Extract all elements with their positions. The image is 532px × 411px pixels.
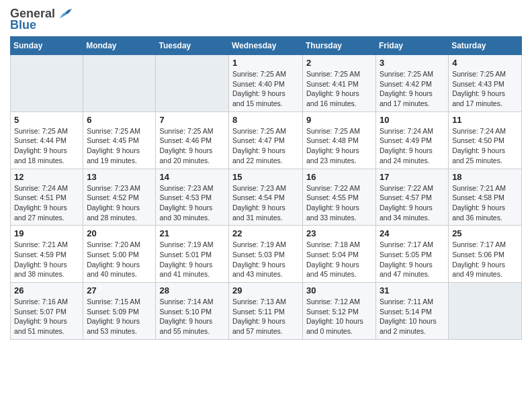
weekday-header-saturday: Saturday [449, 37, 522, 55]
calendar-cell: 30Sunrise: 7:12 AM Sunset: 5:12 PM Dayli… [303, 283, 376, 340]
calendar-cell: 1Sunrise: 7:25 AM Sunset: 4:40 PM Daylig… [229, 55, 303, 112]
calendar-cell: 7Sunrise: 7:25 AM Sunset: 4:46 PM Daylig… [156, 111, 229, 169]
day-info: Sunrise: 7:23 AM Sunset: 4:54 PM Dayligh… [232, 183, 299, 223]
day-number: 29 [232, 285, 299, 295]
calendar-cell [156, 55, 229, 112]
day-info: Sunrise: 7:25 AM Sunset: 4:44 PM Dayligh… [14, 126, 79, 166]
day-number: 8 [232, 115, 299, 125]
calendar-cell: 21Sunrise: 7:19 AM Sunset: 5:01 PM Dayli… [156, 226, 229, 283]
calendar-cell: 12Sunrise: 7:24 AM Sunset: 4:51 PM Dayli… [11, 169, 83, 226]
day-info: Sunrise: 7:18 AM Sunset: 5:04 PM Dayligh… [306, 240, 372, 279]
calendar-cell: 11Sunrise: 7:24 AM Sunset: 4:50 PM Dayli… [449, 111, 522, 169]
day-info: Sunrise: 7:25 AM Sunset: 4:46 PM Dayligh… [159, 126, 225, 166]
calendar-cell [83, 55, 156, 112]
main-container: General Blue SundayMondayTuesdayWednesda… [0, 0, 532, 350]
calendar-cell: 6Sunrise: 7:25 AM Sunset: 4:45 PM Daylig… [83, 111, 156, 169]
day-number: 9 [306, 115, 372, 125]
calendar-cell: 19Sunrise: 7:21 AM Sunset: 4:59 PM Dayli… [11, 226, 83, 283]
calendar-cell: 3Sunrise: 7:25 AM Sunset: 4:42 PM Daylig… [376, 55, 449, 112]
day-number: 2 [306, 58, 372, 68]
calendar-cell: 18Sunrise: 7:21 AM Sunset: 4:58 PM Dayli… [449, 169, 522, 226]
calendar-cell: 23Sunrise: 7:18 AM Sunset: 5:04 PM Dayli… [303, 226, 376, 283]
day-info: Sunrise: 7:25 AM Sunset: 4:45 PM Dayligh… [87, 126, 152, 166]
calendar-cell: 2Sunrise: 7:25 AM Sunset: 4:41 PM Daylig… [303, 55, 376, 112]
calendar-cell: 25Sunrise: 7:17 AM Sunset: 5:06 PM Dayli… [449, 226, 522, 283]
calendar-cell: 20Sunrise: 7:20 AM Sunset: 5:00 PM Dayli… [83, 226, 156, 283]
day-number: 26 [14, 285, 79, 295]
day-number: 21 [159, 228, 225, 238]
day-info: Sunrise: 7:13 AM Sunset: 5:11 PM Dayligh… [232, 297, 299, 336]
calendar-cell: 29Sunrise: 7:13 AM Sunset: 5:11 PM Dayli… [229, 283, 303, 340]
day-number: 13 [87, 172, 152, 182]
day-info: Sunrise: 7:25 AM Sunset: 4:48 PM Dayligh… [306, 126, 372, 166]
calendar-cell: 27Sunrise: 7:15 AM Sunset: 5:09 PM Dayli… [83, 283, 156, 340]
calendar-cell: 5Sunrise: 7:25 AM Sunset: 4:44 PM Daylig… [11, 111, 83, 169]
day-number: 25 [452, 228, 518, 238]
logo: General Blue [10, 7, 72, 32]
day-number: 22 [232, 228, 299, 238]
day-number: 4 [452, 58, 518, 68]
day-number: 3 [380, 58, 445, 68]
day-info: Sunrise: 7:17 AM Sunset: 5:05 PM Dayligh… [380, 240, 445, 279]
calendar-table: SundayMondayTuesdayWednesdayThursdayFrid… [10, 36, 522, 340]
weekday-header-wednesday: Wednesday [229, 37, 303, 55]
day-info: Sunrise: 7:25 AM Sunset: 4:43 PM Dayligh… [452, 69, 518, 109]
header: General Blue [10, 7, 522, 32]
calendar-cell: 10Sunrise: 7:24 AM Sunset: 4:49 PM Dayli… [376, 111, 449, 169]
day-info: Sunrise: 7:24 AM Sunset: 4:51 PM Dayligh… [14, 183, 79, 223]
calendar-week-row: 19Sunrise: 7:21 AM Sunset: 4:59 PM Dayli… [11, 226, 522, 283]
calendar-cell: 9Sunrise: 7:25 AM Sunset: 4:48 PM Daylig… [303, 111, 376, 169]
logo-blue-text: Blue [10, 18, 36, 32]
calendar-week-row: 5Sunrise: 7:25 AM Sunset: 4:44 PM Daylig… [11, 111, 522, 169]
day-info: Sunrise: 7:22 AM Sunset: 4:57 PM Dayligh… [380, 183, 445, 223]
day-number: 11 [452, 115, 518, 125]
day-number: 7 [159, 115, 225, 125]
day-number: 6 [87, 115, 152, 125]
day-number: 23 [306, 228, 372, 238]
day-number: 30 [306, 285, 372, 295]
calendar-cell: 16Sunrise: 7:22 AM Sunset: 4:55 PM Dayli… [303, 169, 376, 226]
day-number: 28 [159, 285, 225, 295]
day-info: Sunrise: 7:22 AM Sunset: 4:55 PM Dayligh… [306, 183, 372, 223]
weekday-header-row: SundayMondayTuesdayWednesdayThursdayFrid… [11, 37, 522, 55]
day-number: 17 [380, 172, 445, 182]
day-number: 5 [14, 115, 79, 125]
day-number: 24 [380, 228, 445, 238]
calendar-cell: 28Sunrise: 7:14 AM Sunset: 5:10 PM Dayli… [156, 283, 229, 340]
day-info: Sunrise: 7:25 AM Sunset: 4:42 PM Dayligh… [380, 69, 445, 109]
calendar-cell: 14Sunrise: 7:23 AM Sunset: 4:53 PM Dayli… [156, 169, 229, 226]
day-info: Sunrise: 7:12 AM Sunset: 5:12 PM Dayligh… [306, 297, 372, 336]
day-info: Sunrise: 7:21 AM Sunset: 4:59 PM Dayligh… [14, 240, 79, 279]
day-info: Sunrise: 7:16 AM Sunset: 5:07 PM Dayligh… [14, 297, 79, 336]
day-info: Sunrise: 7:25 AM Sunset: 4:41 PM Dayligh… [306, 69, 372, 109]
day-number: 1 [232, 58, 299, 68]
day-number: 10 [380, 115, 445, 125]
calendar-cell: 4Sunrise: 7:25 AM Sunset: 4:43 PM Daylig… [449, 55, 522, 112]
calendar-week-row: 26Sunrise: 7:16 AM Sunset: 5:07 PM Dayli… [11, 283, 522, 340]
day-info: Sunrise: 7:23 AM Sunset: 4:53 PM Dayligh… [159, 183, 225, 223]
day-info: Sunrise: 7:24 AM Sunset: 4:50 PM Dayligh… [452, 126, 518, 166]
day-number: 16 [306, 172, 372, 182]
calendar-cell: 8Sunrise: 7:25 AM Sunset: 4:47 PM Daylig… [229, 111, 303, 169]
weekday-header-friday: Friday [376, 37, 449, 55]
day-info: Sunrise: 7:20 AM Sunset: 5:00 PM Dayligh… [87, 240, 152, 279]
calendar-cell [449, 283, 522, 340]
day-info: Sunrise: 7:24 AM Sunset: 4:49 PM Dayligh… [380, 126, 445, 166]
weekday-header-thursday: Thursday [303, 37, 376, 55]
logo-icon [57, 6, 72, 21]
day-info: Sunrise: 7:17 AM Sunset: 5:06 PM Dayligh… [452, 240, 518, 279]
calendar-week-row: 12Sunrise: 7:24 AM Sunset: 4:51 PM Dayli… [11, 169, 522, 226]
weekday-header-monday: Monday [83, 37, 156, 55]
day-number: 14 [159, 172, 225, 182]
calendar-cell: 17Sunrise: 7:22 AM Sunset: 4:57 PM Dayli… [376, 169, 449, 226]
day-number: 15 [232, 172, 299, 182]
calendar-cell: 26Sunrise: 7:16 AM Sunset: 5:07 PM Dayli… [11, 283, 83, 340]
calendar-week-row: 1Sunrise: 7:25 AM Sunset: 4:40 PM Daylig… [11, 55, 522, 112]
day-info: Sunrise: 7:15 AM Sunset: 5:09 PM Dayligh… [87, 297, 152, 336]
day-info: Sunrise: 7:25 AM Sunset: 4:40 PM Dayligh… [232, 69, 299, 109]
day-info: Sunrise: 7:23 AM Sunset: 4:52 PM Dayligh… [87, 183, 152, 223]
calendar-cell: 22Sunrise: 7:19 AM Sunset: 5:03 PM Dayli… [229, 226, 303, 283]
weekday-header-sunday: Sunday [11, 37, 83, 55]
day-info: Sunrise: 7:11 AM Sunset: 5:14 PM Dayligh… [380, 297, 445, 336]
calendar-cell: 13Sunrise: 7:23 AM Sunset: 4:52 PM Dayli… [83, 169, 156, 226]
